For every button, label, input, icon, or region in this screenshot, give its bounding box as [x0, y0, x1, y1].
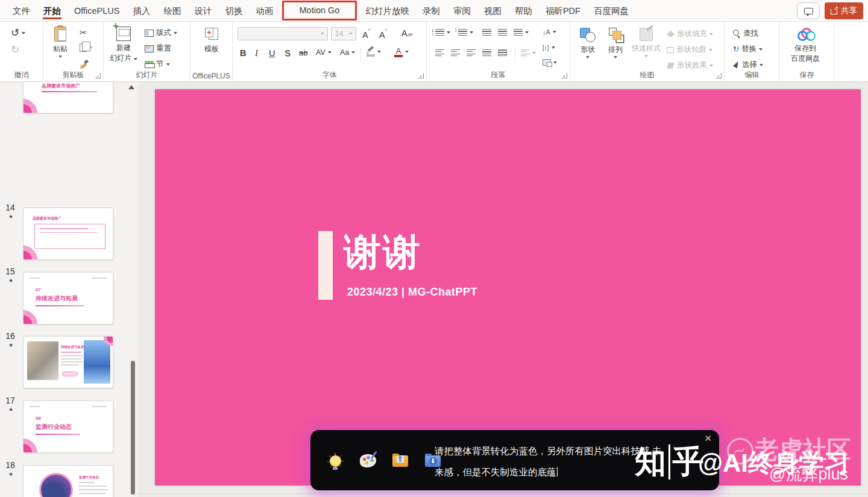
- drawing-group-label: 绘图: [570, 70, 724, 80]
- menu-record[interactable]: 录制: [416, 0, 447, 22]
- shape-outline-button[interactable]: 形状轮廓: [667, 45, 712, 55]
- underline-button[interactable]: U: [269, 48, 275, 58]
- menu-design[interactable]: 设计: [188, 0, 219, 22]
- slide-thumbnail-14[interactable]: 品牌建设市场推广: [23, 207, 113, 260]
- strikethrough-button[interactable]: ab: [299, 48, 307, 57]
- select-button[interactable]: 选择: [733, 60, 763, 70]
- slide-subtitle-text[interactable]: 2023/4/23 | MG-ChatPPT: [347, 286, 477, 299]
- change-case-button[interactable]: Aa: [340, 48, 355, 57]
- shapes-button[interactable]: 形状: [575, 28, 600, 59]
- reset-button[interactable]: 重置: [145, 43, 171, 54]
- undo-button[interactable]: [11, 28, 25, 38]
- decrease-font-button[interactable]: A: [379, 28, 387, 40]
- distribute-button[interactable]: [521, 49, 536, 57]
- animation-star-icon[interactable]: [5, 342, 17, 348]
- font-size-select[interactable]: 14: [331, 27, 356, 40]
- columns-button[interactable]: [498, 49, 507, 56]
- slide-accent-bar[interactable]: [318, 231, 333, 300]
- increase-indent-button[interactable]: [498, 29, 507, 36]
- font-dialog-launcher[interactable]: [418, 73, 424, 78]
- numbering-button[interactable]: [458, 29, 473, 36]
- bullets-button[interactable]: [435, 29, 450, 36]
- current-slide[interactable]: 谢谢 2023/4/23 | MG-ChatPPT: [155, 89, 861, 486]
- decrease-indent-button[interactable]: [482, 29, 491, 36]
- increase-indent-icon: [498, 29, 507, 36]
- new-slide-button[interactable]: 新建 幻灯片: [106, 27, 141, 63]
- quick-styles-button[interactable]: 快速样式: [629, 28, 663, 57]
- line-spacing-button[interactable]: [514, 29, 529, 36]
- character-spacing-button[interactable]: AV: [316, 48, 332, 57]
- menu-baidu-netdisk[interactable]: 百度网盘: [587, 0, 635, 22]
- menu-home[interactable]: 开始: [37, 0, 68, 22]
- menu-draw[interactable]: 绘图: [157, 0, 188, 22]
- animation-star-icon[interactable]: [5, 407, 17, 413]
- slide-thumbnail-15[interactable]: 07 持续改进与拓展: [23, 272, 113, 324]
- share-button[interactable]: 共享: [825, 2, 863, 19]
- comments-button[interactable]: [797, 2, 820, 19]
- menu-slideshow[interactable]: 幻灯片放映: [359, 0, 416, 22]
- close-icon[interactable]: [704, 434, 712, 443]
- template-button[interactable]: 模板: [198, 28, 225, 54]
- highlight-color-button[interactable]: [366, 47, 381, 57]
- paragraph-dialog-launcher[interactable]: [562, 73, 567, 78]
- cut-button[interactable]: [80, 28, 87, 37]
- section-button[interactable]: 节: [145, 59, 170, 69]
- align-right-button[interactable]: [467, 49, 476, 57]
- find-button[interactable]: 查找: [733, 28, 758, 39]
- animation-star-icon[interactable]: [5, 471, 17, 477]
- font-name-select[interactable]: [237, 27, 328, 40]
- text-direction-button[interactable]: [542, 28, 556, 36]
- redo-icon: [11, 45, 19, 55]
- copy-button[interactable]: [80, 43, 93, 52]
- align-center-button[interactable]: [451, 49, 460, 57]
- slide-thumbnail-17[interactable]: 08 监测行业动态: [23, 400, 113, 453]
- menu-officeplus[interactable]: OfficePLUS: [68, 0, 127, 22]
- menu-help[interactable]: 帮助: [508, 0, 539, 22]
- increase-font-button[interactable]: A: [362, 28, 370, 40]
- bold-button[interactable]: B: [240, 48, 246, 58]
- shape-fill-button[interactable]: 形状填充: [667, 29, 713, 39]
- slide-thumbnail-18[interactable]: 监测行业动态: [23, 465, 113, 497]
- drawing-dialog-launcher[interactable]: [716, 73, 722, 78]
- layout-button[interactable]: 版式: [145, 28, 177, 38]
- paragraph-group: 段落: [427, 22, 570, 82]
- animation-star-icon[interactable]: [5, 214, 17, 220]
- paste-button[interactable]: 粘贴: [47, 27, 74, 58]
- slide-thumbnail-16[interactable]: 持续改进与拓展: [23, 336, 113, 388]
- format-painter-button[interactable]: [80, 60, 88, 69]
- panel-scrollbar-thumb[interactable]: [131, 361, 135, 495]
- style-button[interactable]: [359, 452, 377, 470]
- clipboard-dialog-launcher[interactable]: [95, 73, 101, 78]
- animation-star-icon[interactable]: [5, 277, 17, 283]
- chevron-down-icon: [553, 62, 557, 64]
- export-button[interactable]: [391, 452, 409, 470]
- shape-effects-button[interactable]: 形状效果: [667, 60, 713, 71]
- menu-transitions[interactable]: 切换: [219, 0, 250, 22]
- slide-thumbnail-13[interactable]: 品牌建设市场推广: [23, 82, 113, 113]
- redo-button[interactable]: [11, 45, 19, 55]
- align-left-button[interactable]: [435, 49, 444, 57]
- align-center-icon: [451, 49, 460, 57]
- slide-title-text[interactable]: 谢谢: [344, 227, 422, 277]
- italic-button[interactable]: I: [255, 48, 258, 59]
- menu-review[interactable]: 审阅: [447, 0, 477, 22]
- align-text-button[interactable]: [542, 43, 555, 52]
- menu-animations[interactable]: 动画: [250, 0, 280, 22]
- text-shadow-button[interactable]: S: [285, 48, 291, 58]
- menu-file[interactable]: 文件: [6, 0, 37, 22]
- menu-view[interactable]: 视图: [477, 0, 508, 22]
- ai-prompt-bar[interactable]: 请把整体背景转化为蓝色，另外所有图片突出科技感,未 来感，但是不失制造业的底蕴: [310, 430, 719, 490]
- convert-smartart-button[interactable]: [542, 59, 557, 66]
- replace-button[interactable]: 替换: [733, 44, 763, 54]
- menu-insert[interactable]: 插入: [127, 0, 157, 22]
- save-to-baidu-button[interactable]: 保存到 百度网盘: [786, 28, 825, 64]
- prompt-input[interactable]: 请把整体背景转化为蓝色，另外所有图片突出科技感,未 来感，但是不失制造业的底蕴: [435, 440, 676, 483]
- menu-foxit-pdf[interactable]: 福昕PDF: [539, 0, 587, 22]
- clear-formatting-button[interactable]: A: [401, 28, 412, 38]
- justify-button[interactable]: [482, 49, 491, 56]
- scroll-up-arrow[interactable]: [128, 85, 134, 89]
- idea-button[interactable]: [326, 452, 344, 470]
- menu-motion-go-highlighted[interactable]: Motion Go: [282, 1, 357, 21]
- font-color-button[interactable]: A: [394, 47, 409, 57]
- arrange-button[interactable]: 排列: [603, 28, 628, 59]
